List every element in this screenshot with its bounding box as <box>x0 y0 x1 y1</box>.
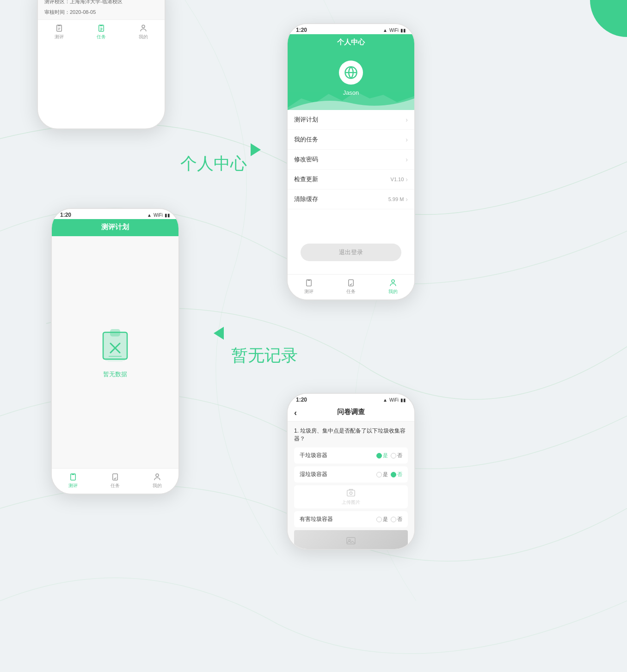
phone2-notch <box>328 24 374 34</box>
menu-qingchuhuncun[interactable]: 清除缓存 5.99 M › <box>288 189 414 209</box>
task-icon-2 <box>346 278 356 287</box>
phone2-nav-wode[interactable]: 我的 <box>388 278 398 295</box>
svg-rect-13 <box>111 330 120 336</box>
phone4-survey-content: 1. 垃圾房、集中点是否配备了以下垃圾收集容器？ 干垃圾容器 是 否 湿垃圾容器 <box>288 422 414 550</box>
phone-2: 1:20 ▲ WiFi ▮▮ 个人中心 Jason <box>287 23 415 300</box>
upload-box[interactable]: 上传图片 <box>294 485 408 508</box>
radio-yes-1[interactable] <box>376 453 382 458</box>
svg-point-10 <box>392 280 394 282</box>
phone2-nav: 测评 任务 我的 <box>288 274 414 299</box>
corner-accent <box>590 0 627 37</box>
phone-4: 1:20 ▲ WiFi ▮▮ ‹ 问卷调查 1. 垃圾房、集中点是否配备了以下垃… <box>287 393 415 550</box>
phone3-header: 测评计划 <box>52 219 178 236</box>
person-icon-2 <box>388 278 398 287</box>
phone1-nav-wode[interactable]: 我的 <box>139 24 148 40</box>
phone3-nav-wode[interactable]: 我的 <box>153 472 162 489</box>
phone2-avatar <box>339 61 363 85</box>
svg-rect-22 <box>347 490 355 496</box>
task-icon <box>97 24 106 33</box>
phone3-nav: 测评 任务 我的 <box>52 468 178 494</box>
clipboard-icon <box>55 24 64 33</box>
phone4-notch <box>328 394 374 404</box>
empty-state-icon <box>98 326 132 365</box>
phone2-nav-renwu[interactable]: 任务 <box>346 278 356 295</box>
phone4-header: ‹ 问卷调查 <box>288 404 414 422</box>
phone2-logout-area: 退出登录 <box>288 236 414 274</box>
phone1-nav-renwu[interactable]: 任务 <box>97 24 106 40</box>
survey-question-1: 1. 垃圾房、集中点是否配备了以下垃圾收集容器？ <box>294 427 408 443</box>
phone1-info-time: 审核时间：2020-08-05 <box>38 7 165 18</box>
clipboard-icon-2 <box>304 278 314 287</box>
phone1-nav: 测评 任务 我的 <box>38 19 165 45</box>
menu-xiugaimima[interactable]: 修改密码 › <box>288 150 414 170</box>
phone1-nav-ceping[interactable]: 测评 <box>55 24 64 40</box>
svg-point-21 <box>156 474 159 477</box>
radio-no-2[interactable] <box>391 472 396 477</box>
radio-no-1[interactable] <box>391 453 396 458</box>
phone3-notch <box>92 209 138 219</box>
section-label-norecords: 暂无记录 <box>231 344 298 367</box>
phone2-menu: 测评计划 › 我的任务 › 修改密码 › 检查更新 V1.10 › 清除缓存 5… <box>288 110 414 236</box>
phone2-header: 个人中心 <box>288 34 414 51</box>
arrow-right-personal <box>251 143 261 156</box>
radio-yes-3[interactable] <box>376 517 382 522</box>
task-icon-3 <box>111 472 120 482</box>
person-icon <box>139 24 148 33</box>
menu-wodorenwu[interactable]: 我的任务 › <box>288 130 414 150</box>
survey-option-1: 干垃圾容器 是 否 <box>294 447 408 464</box>
person-icon-3 <box>153 472 162 482</box>
logout-button[interactable]: 退出登录 <box>301 244 401 261</box>
phone-3: 1:20 ▲ WiFi ▮▮ 测评计划 <box>51 208 179 495</box>
phone2-nav-ceping[interactable]: 测评 <box>304 278 314 295</box>
menu-cepingjihua[interactable]: 测评计划 › <box>288 110 414 130</box>
section-label-personal: 个人中心 <box>180 153 247 175</box>
phone2-username: Jason <box>343 89 359 96</box>
svg-point-23 <box>350 492 352 495</box>
menu-jianchagengxin[interactable]: 检查更新 V1.10 › <box>288 170 414 189</box>
phone-1: 1:20 ▲ WiFi ▮▮ 测评校区：上海海洋大学-临港校区 审核时间：202… <box>37 0 166 129</box>
survey-image-placeholder <box>294 530 408 550</box>
svg-point-5 <box>142 25 145 28</box>
radio-no-3[interactable] <box>391 517 396 522</box>
radio-yes-2[interactable] <box>376 472 382 477</box>
empty-state-label: 暂无数据 <box>103 370 127 379</box>
back-button[interactable]: ‹ <box>294 408 297 417</box>
phone3-nav-renwu[interactable]: 任务 <box>111 472 120 489</box>
survey-option-3: 有害垃圾容器 是 否 <box>294 511 408 527</box>
arrow-left-norecords <box>214 327 224 340</box>
clipboard-icon-3 <box>68 472 78 482</box>
phone2-profile-hero: Jason <box>288 51 414 110</box>
phone3-nav-ceping[interactable]: 测评 <box>68 472 78 489</box>
phone1-info-campus: 测评校区：上海海洋大学-临港校区 <box>38 0 165 7</box>
survey-option-2: 湿垃圾容器 是 否 <box>294 466 408 483</box>
phone3-content: 暂无数据 <box>52 236 178 468</box>
